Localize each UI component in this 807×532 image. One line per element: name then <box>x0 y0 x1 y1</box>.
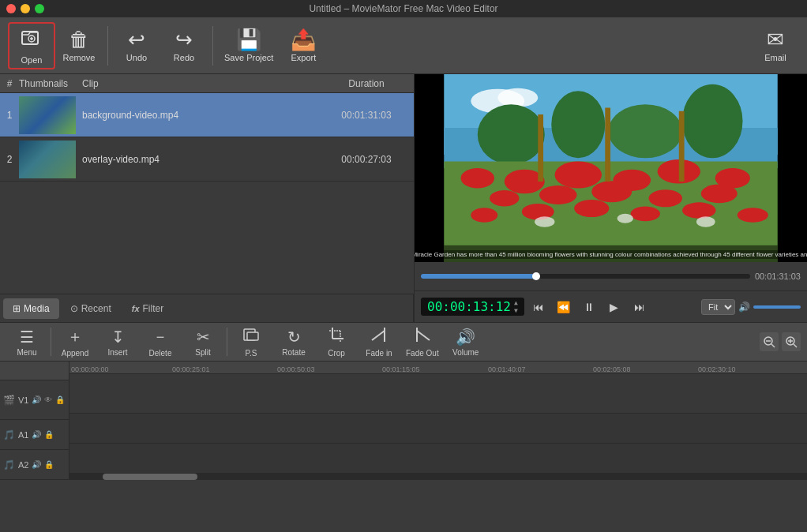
pause-button[interactable]: ⏸ <box>578 296 600 318</box>
video-caption: Dubai Miracle Garden has more than 45 mi… <box>415 250 807 259</box>
v1-mute[interactable]: 🔊 <box>32 395 41 404</box>
tl-sep-1 <box>51 328 51 356</box>
tab-recent[interactable]: ⊙ Recent <box>61 298 121 319</box>
crop-button[interactable]: Crop <box>316 324 357 359</box>
volume-slider[interactable] <box>753 305 801 309</box>
audio-track-icon-2: 🎵 <box>3 459 15 470</box>
recent-tab-label: Recent <box>81 303 111 314</box>
open-button[interactable]: Open <box>8 22 55 69</box>
redo-button[interactable]: ↪ Redo <box>160 26 208 66</box>
a2-lock[interactable]: 🔒 <box>44 460 54 469</box>
delete-button[interactable]: － Delete <box>140 324 181 359</box>
fade-out-label: Fade Out <box>406 349 439 358</box>
svg-point-8 <box>478 104 545 165</box>
fade-out-icon <box>414 326 431 347</box>
minimize-button[interactable] <box>21 4 30 13</box>
col-thumb-header: Thumbnails <box>16 78 79 89</box>
a1-lock[interactable]: 🔒 <box>44 430 54 439</box>
zoom-out-button[interactable] <box>760 332 779 351</box>
svg-rect-35 <box>679 111 685 182</box>
audio-track-a1[interactable] <box>69 414 807 444</box>
skip-to-end-button[interactable]: ⏭ <box>629 296 651 318</box>
timeline-scrollbar[interactable] <box>69 474 807 480</box>
append-icon: ＋ <box>67 326 83 347</box>
transport-controls: 00:00:13:12 ▲ ▼ ⏮ ⏪ ⏸ ▶ ⏭ Fit 🔊 <box>415 290 807 322</box>
undo-button[interactable]: ↩ Undo <box>113 26 160 66</box>
progress-bar-fill <box>421 274 536 279</box>
clip-duration-2: 00:00:27:03 <box>319 154 414 165</box>
track-labels: 🎬 V1 🔊 👁 🔒 🎵 A1 🔊 🔒 🎵 A2 🔊 🔒 <box>0 362 69 480</box>
split-label: Split <box>195 348 210 357</box>
export-icon: 📤 <box>291 29 316 50</box>
save-button[interactable]: 💾 Save Project <box>218 26 280 66</box>
media-panel: # Thumbnails Clip Duration 1 background-… <box>0 74 415 322</box>
volume-button[interactable]: 🔊 Volume <box>445 324 486 359</box>
a1-mute[interactable]: 🔊 <box>32 430 41 439</box>
redo-icon: ↪ <box>175 29 193 50</box>
svg-point-20 <box>539 185 577 204</box>
video-track-v1[interactable] <box>69 374 807 414</box>
timecode-stepper[interactable]: ▲ ▼ <box>514 299 518 314</box>
recent-tab-icon: ⊙ <box>70 303 78 314</box>
progress-bar[interactable] <box>421 274 750 279</box>
scrollbar-thumb[interactable] <box>103 474 197 480</box>
play-button[interactable]: ▶ <box>603 296 625 318</box>
a2-mute[interactable]: 🔊 <box>32 460 41 469</box>
toolbar-separator-2 <box>212 26 213 66</box>
svg-point-19 <box>490 190 519 206</box>
tab-media[interactable]: ⊞ Media <box>3 298 59 319</box>
rewind-button[interactable]: ⏪ <box>553 296 575 318</box>
export-button[interactable]: 📤 Export <box>280 26 327 66</box>
timeline-tracks <box>69 374 807 474</box>
traffic-lights <box>6 4 44 13</box>
total-duration: 00:01:31:03 <box>755 272 801 281</box>
menu-button[interactable]: ☰ Menu <box>6 324 47 359</box>
volume-label: Volume <box>452 348 479 357</box>
skip-to-start-button[interactable]: ⏮ <box>527 296 550 318</box>
open-label: Open <box>21 55 43 65</box>
ruler-tick-1: 00:00:25:01 <box>172 365 210 373</box>
email-label: Email <box>764 53 786 62</box>
undo-icon: ↩ <box>128 29 145 50</box>
crop-icon <box>328 326 345 347</box>
fit-select[interactable]: Fit <box>701 299 735 315</box>
media-tab-label: Media <box>24 303 50 314</box>
ruler-spacer <box>0 362 69 380</box>
rotate-label: Rotate <box>282 348 305 357</box>
tl-sep-2 <box>227 328 227 356</box>
append-button[interactable]: ＋ Append <box>54 324 96 359</box>
timeline-content: 00:00:00:00 00:00:25:01 00:00:50:03 00:0… <box>69 362 807 480</box>
split-button[interactable]: ✂ Split <box>182 324 223 359</box>
filter-tab-label: Filter <box>143 303 164 314</box>
fade-in-button[interactable]: Fade in <box>358 324 400 359</box>
rotate-button[interactable]: ↻ Rotate <box>273 324 314 359</box>
close-button[interactable] <box>6 4 16 13</box>
remove-button[interactable]: 🗑 Remove <box>55 26 103 66</box>
remove-icon: 🗑 <box>69 29 89 50</box>
clip-row-1[interactable]: 1 background-video.mp4 00:01:31:03 <box>0 93 414 137</box>
tab-filter[interactable]: fx Filter <box>122 298 173 319</box>
maximize-button[interactable] <box>35 4 44 13</box>
redo-label: Redo <box>174 53 194 62</box>
clip-row-2[interactable]: 2 overlay-video.mp4 00:00:27:03 <box>0 137 414 182</box>
v1-lock[interactable]: 🔒 <box>55 395 65 404</box>
ps-button[interactable]: P.S <box>231 324 272 359</box>
zoom-in-button[interactable] <box>782 332 801 351</box>
append-label: Append <box>62 349 88 358</box>
toolbar: Open 🗑 Remove ↩ Undo ↪ Redo 💾 Save Proje… <box>0 17 807 74</box>
timecode-up[interactable]: ▲ <box>514 299 518 307</box>
save-label: Save Project <box>224 53 273 62</box>
ps-label: P.S <box>246 349 257 358</box>
fade-out-button[interactable]: Fade Out <box>401 324 444 359</box>
email-button[interactable]: ✉ Email <box>752 26 799 66</box>
v1-eye[interactable]: 👁 <box>44 395 52 404</box>
export-label: Export <box>291 53 316 62</box>
audio-track-a2[interactable] <box>69 444 807 474</box>
a2-label: A2 <box>18 460 28 470</box>
svg-point-10 <box>609 104 683 158</box>
progress-handle[interactable] <box>532 272 540 280</box>
svg-point-23 <box>701 184 738 203</box>
insert-button[interactable]: ↧ Insert <box>97 324 138 359</box>
timecode-down[interactable]: ▼ <box>514 307 518 315</box>
insert-label: Insert <box>107 348 127 357</box>
